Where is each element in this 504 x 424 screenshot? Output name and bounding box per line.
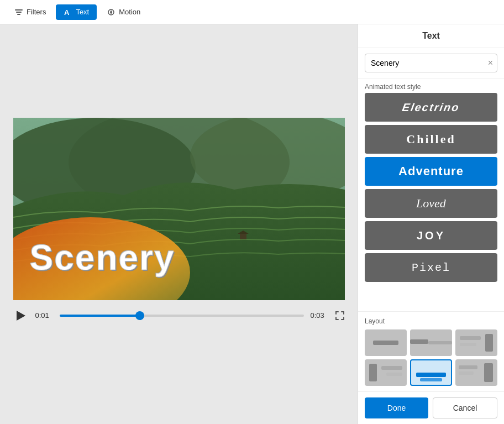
layout-section: Layout bbox=[358, 311, 504, 391]
layout-item-2[interactable] bbox=[410, 329, 452, 356]
progress-thumb[interactable] bbox=[135, 311, 144, 320]
cancel-button[interactable]: Cancel bbox=[433, 397, 497, 418]
filters-label: Filters bbox=[27, 8, 46, 16]
motion-icon bbox=[107, 8, 116, 17]
text-button[interactable]: A Text bbox=[56, 4, 97, 20]
motion-label: Motion bbox=[119, 8, 140, 16]
animated-style-label: Animated text style bbox=[358, 78, 504, 93]
svg-rect-10 bbox=[240, 234, 246, 239]
layout-item-6[interactable] bbox=[455, 359, 497, 386]
filters-button[interactable]: Filters bbox=[7, 4, 54, 20]
progress-bar[interactable] bbox=[60, 315, 304, 317]
play-icon bbox=[17, 311, 25, 321]
panel-title: Text bbox=[358, 24, 504, 48]
layout-small-text2 bbox=[459, 371, 474, 375]
style-list: Electrino Chilled Adventure Loved JOY Pi… bbox=[358, 93, 504, 311]
search-clear-button[interactable]: × bbox=[488, 58, 493, 68]
style-loved-label: Loved bbox=[416, 196, 446, 211]
layout-center-bar-1 bbox=[373, 341, 398, 345]
layout-left-text2 bbox=[460, 343, 476, 346]
layout-item-1[interactable] bbox=[365, 329, 407, 356]
search-box: × bbox=[358, 48, 504, 78]
style-chilled-label: Chilled bbox=[406, 132, 455, 146]
video-controls: 0:01 0:03 bbox=[13, 300, 345, 331]
search-input[interactable] bbox=[365, 54, 497, 72]
video-panel: Scenery 0:01 0:03 bbox=[0, 24, 358, 424]
current-time: 0:01 bbox=[35, 311, 53, 320]
text-label: Text bbox=[76, 8, 89, 16]
style-item-electrino[interactable]: Electrino bbox=[365, 93, 497, 122]
layout-item-5[interactable] bbox=[410, 359, 452, 386]
fullscreen-icon bbox=[335, 311, 345, 321]
style-item-joy[interactable]: JOY bbox=[365, 221, 497, 250]
layout-small-text1 bbox=[459, 365, 477, 369]
layout-bar-top bbox=[410, 339, 428, 344]
style-electrino-label: Electrino bbox=[401, 101, 461, 114]
layout-item-4[interactable] bbox=[365, 359, 407, 386]
layout-item-3[interactable] bbox=[455, 329, 497, 356]
style-item-pixel[interactable]: Pixel bbox=[365, 253, 497, 282]
bottom-buttons: Done Cancel bbox=[358, 391, 504, 424]
style-item-loved[interactable]: Loved bbox=[365, 189, 497, 218]
fullscreen-button[interactable] bbox=[335, 311, 345, 321]
svg-rect-2 bbox=[17, 14, 20, 15]
svg-rect-0 bbox=[15, 9, 23, 11]
right-panel: Text × Animated text style Electrino Chi… bbox=[358, 24, 504, 424]
layout-vertical-bar bbox=[484, 363, 493, 382]
play-button[interactable] bbox=[13, 308, 29, 323]
filters-icon bbox=[14, 8, 23, 17]
layout-right-bar bbox=[485, 334, 493, 352]
video-container: Scenery 0:01 0:03 bbox=[13, 118, 345, 331]
done-button[interactable]: Done bbox=[365, 397, 428, 418]
layout-right-text2 bbox=[386, 373, 402, 376]
text-icon: A bbox=[64, 8, 72, 17]
style-pixel-label: Pixel bbox=[412, 261, 450, 274]
layout-left-text bbox=[460, 336, 481, 340]
layout-right-text bbox=[381, 366, 402, 370]
total-time: 0:03 bbox=[311, 311, 328, 320]
style-adventure-label: Adventure bbox=[398, 164, 464, 179]
style-item-adventure[interactable]: Adventure bbox=[365, 157, 497, 186]
video-text-overlay: Scenery bbox=[30, 237, 175, 278]
layout-left-bar bbox=[369, 364, 377, 381]
layout-bottom-bar2-active bbox=[420, 378, 442, 381]
layout-bottom-bar-active bbox=[416, 373, 446, 377]
motion-button[interactable]: Motion bbox=[99, 4, 148, 20]
style-joy-label: JOY bbox=[417, 229, 445, 242]
svg-text:A: A bbox=[64, 8, 70, 17]
video-frame: Scenery bbox=[13, 118, 345, 300]
svg-rect-1 bbox=[16, 12, 22, 13]
layout-grid bbox=[365, 329, 497, 386]
toolbar: Filters A Text Motion bbox=[0, 0, 504, 24]
layout-label: Layout bbox=[365, 317, 497, 325]
progress-fill bbox=[60, 315, 140, 317]
style-item-chilled[interactable]: Chilled bbox=[365, 125, 497, 154]
layout-bar-bottom bbox=[428, 341, 452, 344]
main-content: Scenery 0:01 0:03 bbox=[0, 24, 504, 424]
